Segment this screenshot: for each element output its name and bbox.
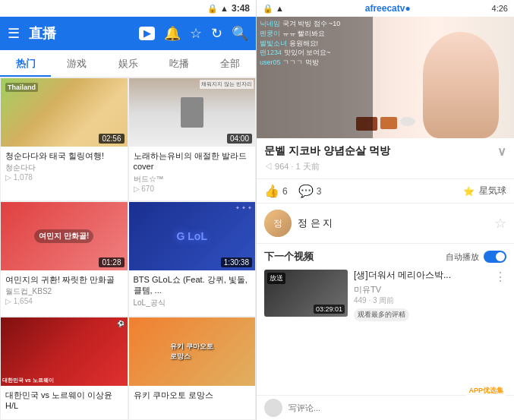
video-info-5: 대한민국 vs 노르웨이 이상윤 H/L — [1, 386, 128, 415]
views-3: ▷ 1,654 — [5, 297, 123, 305]
next-duration: 03:29:01 — [314, 305, 345, 314]
toggle-knob — [496, 252, 505, 261]
left-panel: 🔒 ▲ 3:48 ☰ 直播 ▶ 🔔 ☆ ↻ 🔍 热门 游戏 娱乐 吃播 全部 T… — [0, 0, 257, 420]
star-label: 星気球 — [479, 185, 506, 197]
search-icon[interactable]: 🔍 — [232, 25, 248, 42]
comment-avatar — [264, 399, 282, 417]
refresh-icon[interactable]: ↻ — [211, 25, 222, 42]
video-card-3[interactable]: 여민지 만화골! 01:28 여민지의 귀환! 짜릿한 만화골 월드컵_KBS2… — [0, 201, 128, 317]
duration-1: 02:56 — [99, 134, 124, 144]
tab-bar: 热门 游戏 娱乐 吃播 全部 — [0, 50, 256, 77]
comment-icon: 💬 — [298, 184, 314, 198]
next-video-title: [생]더워서 메리아스박... — [354, 270, 488, 282]
next-header: 下一个视频 自动播放 — [264, 250, 506, 264]
tab-all[interactable]: 全部 — [205, 50, 256, 77]
star-action[interactable]: ⭐ 星気球 — [463, 185, 506, 197]
video-card-6[interactable]: 유키 쿠마오토로망스 유키 쿠마오토 로망스 — [128, 317, 257, 420]
right-lock-icon: 🔒 — [263, 4, 273, 14]
video-info-3: 여민지의 귀환! 짜릿한 만화골 월드컵_KBS2 ▷ 1,654 — [1, 270, 128, 309]
channel-name-main: 정 은 지 — [298, 216, 494, 230]
tab-hot[interactable]: 热门 — [0, 50, 51, 77]
more-options-icon[interactable]: ⋮ — [494, 270, 506, 321]
video-player[interactable]: 닉네임 국겨 박빙 점수 ~10 펜쿵이 ㅠㅠ 빨리봐요 별빛소녀 응원해요! … — [257, 17, 514, 138]
bell-icon[interactable]: 🔔 — [164, 25, 181, 42]
star-rating-icon: ⭐ — [463, 186, 475, 197]
lock-icon: 🔒 — [207, 4, 218, 14]
video-card-1[interactable]: Thailand 02:56 청순다다와 태국 힐링여행! 청순다다 ▷ 1,0… — [0, 77, 128, 201]
duration-3: 01:28 — [99, 257, 124, 267]
channel-1: 청순다다 — [5, 163, 123, 173]
chat-overlay: 닉네임 국겨 박빙 점수 ~10 펜쿵이 ㅠㅠ 빨리봐요 별빛소녀 응원해요! … — [257, 17, 373, 138]
video-thumb-2: 채워지지 않는 빈자리 04:00 — [129, 78, 256, 147]
right-status-icons: 🔒 ▲ — [263, 4, 284, 14]
channel-3: 월드컵_KBS2 — [5, 286, 123, 297]
next-video-views: 449 · 3 周前 — [354, 295, 488, 306]
chat-line-3: 별빛소녀 응원해요! — [260, 39, 370, 48]
channel-4: LoL_공식 — [134, 298, 251, 308]
video-title-4: BTS GLoL쇼 (Feat. 강퀴, 빛돌, 클템, ... — [134, 274, 251, 296]
tab-eating[interactable]: 吃播 — [153, 50, 204, 77]
wifi-icon: ▲ — [220, 4, 229, 13]
video-title-3: 여민지의 귀환! 짜릿한 만화골 — [5, 274, 123, 285]
video-title-2: 노래하는유비의 애절한 발라드 cover — [134, 150, 251, 172]
channel-2: 버드☆™ — [134, 174, 251, 185]
next-video-channel: 미유TV — [354, 284, 488, 295]
thumbs-up-icon: 👍 — [264, 184, 279, 198]
video-info-2: 노래하는유비의 애절한 발라드 cover 버드☆™ ▷ 670 — [129, 147, 256, 197]
duration-4: 1:30:38 — [221, 257, 252, 267]
chat-line-1: 닉네임 국겨 박빙 점수 ~10 — [260, 20, 370, 28]
top-nav: ☰ 直播 ▶ 🔔 ☆ ↻ 🔍 — [0, 17, 256, 50]
nav-title: 直播 — [29, 24, 130, 43]
video-meta: ◁ 964 · 1 天前 — [264, 161, 506, 172]
video-thumb-6: 유키 쿠마오토로망스 — [129, 317, 256, 386]
live-play-icon[interactable]: ▶ — [139, 27, 155, 40]
tab-entertainment[interactable]: 娱乐 — [102, 50, 153, 77]
right-time: 4:26 — [492, 4, 508, 13]
right-status-bar: 🔒 ▲ afreecatv● 4:26 — [257, 0, 514, 17]
video-title-5: 대한민국 vs 노르웨이 이상윤 H/L — [5, 390, 123, 412]
more-views-button[interactable]: 观看最多的评精 — [354, 308, 409, 321]
left-status-icons: 🔒 ▲ — [207, 4, 229, 14]
chat-line-4: 팬1234 맛있어 보여요~ — [260, 49, 370, 57]
video-info-4: BTS GLoL쇼 (Feat. 강퀴, 빛돌, 클템, ... LoL_공식 — [129, 270, 256, 312]
channel-row: 정 정 은 지 ☆ — [257, 204, 514, 244]
menu-icon[interactable]: ☰ — [8, 25, 20, 42]
replay-badge: 放送 — [267, 273, 285, 284]
video-info-1: 청순다다와 태국 힐링여행! 청순다다 ▷ 1,078 — [1, 147, 128, 185]
video-detail-title-text: 문벨 지코바 양념순살 먹방 — [264, 144, 497, 158]
comment-row — [257, 395, 514, 420]
video-card-5[interactable]: 대한민국 vs 노르웨이 ⚽ 대한민국 vs 노르웨이 이상윤 H/L — [0, 317, 128, 420]
next-video-thumb: 放送 03:29:01 — [264, 270, 348, 317]
comment-count: 3 — [317, 186, 322, 197]
chevron-down-icon[interactable]: ∨ — [497, 144, 506, 159]
subscribe-star-button[interactable]: ☆ — [494, 215, 506, 232]
duration-2: 04:00 — [227, 134, 252, 144]
tab-game[interactable]: 游戏 — [51, 50, 102, 77]
channel-avatar: 정 — [264, 210, 292, 237]
video-thumb-5: 대한민국 vs 노르웨이 ⚽ — [1, 317, 128, 386]
autoplay-toggle[interactable] — [484, 251, 506, 263]
video-card-2[interactable]: 채워지지 않는 빈자리 04:00 노래하는유비의 애절한 발라드 cover … — [128, 77, 257, 201]
video-title-1: 청순다다와 태국 힐링여행! — [5, 150, 123, 161]
star-icon[interactable]: ☆ — [190, 25, 202, 42]
next-video-info: [생]더워서 메리아스박... 미유TV 449 · 3 周前 观看最多的评精 — [354, 270, 488, 321]
video-detail: 문벨 지코바 양념순살 먹방 ∨ ◁ 964 · 1 天前 — [257, 138, 514, 179]
video-title-6: 유키 쿠마오토 로망스 — [134, 390, 251, 400]
like-button[interactable]: 👍 6 — [264, 184, 288, 198]
left-status-bar: 🔒 ▲ 3:48 — [0, 0, 256, 17]
comment-input[interactable] — [289, 403, 506, 412]
next-video-card[interactable]: 放送 03:29:01 [생]더워서 메리아스박... 미유TV 449 · 3… — [264, 270, 506, 321]
comment-button[interactable]: 💬 3 — [298, 184, 322, 198]
video-thumb-3: 여민지 만화골! 01:28 — [1, 202, 128, 270]
right-wifi-icon: ▲ — [276, 4, 284, 13]
video-info-6: 유키 쿠마오토 로망스 — [129, 386, 256, 404]
afreeca-logo: afreecatv● — [365, 3, 411, 14]
autoplay-label: 自动播放 — [446, 251, 479, 263]
actions-row: 👍 6 💬 3 ⭐ 星気球 — [257, 179, 514, 204]
video-thumb-4: G LoL ✦ ✦ ✦ 1:30:38 — [129, 202, 256, 270]
video-grid: Thailand 02:56 청순다다와 태국 힐링여행! 청순다다 ▷ 1,0… — [0, 77, 256, 420]
video-thumb-1: Thailand 02:56 — [1, 78, 128, 147]
video-detail-title-row: 문벨 지코바 양념순살 먹방 ∨ — [264, 144, 506, 159]
video-card-4[interactable]: G LoL ✦ ✦ ✦ 1:30:38 BTS GLoL쇼 (Feat. 강퀴,… — [128, 201, 257, 317]
autoplay-row: 自动播放 — [446, 251, 506, 263]
